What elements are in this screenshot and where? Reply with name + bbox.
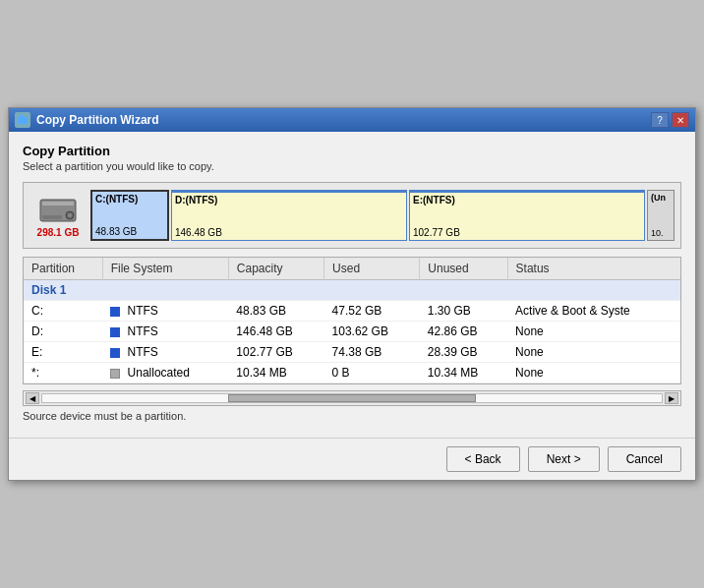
bar-d-label: D:(NTFS)	[175, 195, 217, 206]
bar-c-label: C:(NTFS)	[95, 194, 138, 205]
cell-fs-u-label: Unallocated	[128, 366, 190, 380]
cell-cap-u: 10.34 MB	[228, 363, 323, 383]
disk-drive-icon	[38, 194, 78, 225]
col-filesystem: File System	[102, 258, 228, 280]
table-header-row: Partition File System Capacity Used Unus…	[24, 258, 680, 280]
cell-status-u: None	[507, 363, 680, 383]
bar-e-size: 102.77 GB	[413, 227, 460, 238]
content-area: Copy Partition Select a partition you wo…	[9, 132, 695, 438]
cell-cap-d: 146.48 GB	[228, 322, 323, 342]
help-button[interactable]: ?	[651, 112, 669, 128]
cell-cap-c: 48.83 GB	[228, 301, 323, 322]
bar-d-size: 146.48 GB	[175, 227, 222, 238]
scroll-left-arrow[interactable]: ◀	[26, 392, 39, 404]
cancel-button[interactable]: Cancel	[608, 446, 681, 472]
titlebar-buttons: ? ✕	[651, 112, 689, 128]
scroll-thumb[interactable]	[228, 394, 476, 402]
cell-fs-d: NTFS	[102, 322, 228, 342]
cell-used-u: 0 B	[324, 363, 420, 383]
fs-icon-ntfs	[110, 348, 120, 358]
svg-rect-6	[42, 215, 62, 219]
next-button[interactable]: Next >	[528, 446, 600, 472]
titlebar-icon	[15, 112, 30, 128]
table-row[interactable]: C: NTFS 48.83 GB 47.52 GB 1.30 GB Active…	[24, 301, 680, 322]
bar-u-size: 10.	[651, 228, 664, 238]
svg-rect-0	[18, 117, 28, 124]
svg-rect-3	[42, 202, 74, 206]
cell-unused-u: 10.34 MB	[420, 363, 507, 383]
status-message: Source device must be a partition.	[23, 406, 681, 426]
partition-bar-c[interactable]: C:(NTFS) 48.83 GB	[90, 190, 169, 241]
cell-unused-d: 42.86 GB	[420, 322, 507, 342]
main-window: Copy Partition Wizard ? ✕ Copy Partition…	[8, 107, 696, 481]
col-unused: Unused	[420, 258, 507, 280]
table-row[interactable]: E: NTFS 102.77 GB 74.38 GB 28.39 GB None	[24, 342, 680, 363]
scroll-right-arrow[interactable]: ▶	[665, 392, 678, 404]
cell-fs-e-label: NTFS	[128, 345, 158, 359]
cell-partition-u: *:	[24, 363, 102, 383]
back-button[interactable]: < Back	[446, 446, 520, 472]
close-button[interactable]: ✕	[672, 112, 689, 128]
footer: < Back Next > Cancel	[9, 438, 695, 480]
disk-group-row: Disk 1	[24, 280, 680, 301]
cell-fs-u: Unallocated	[102, 363, 228, 383]
disk-size-label: 298.1 GB	[37, 227, 80, 238]
horizontal-scrollbar[interactable]: ◀ ▶	[23, 390, 681, 406]
col-status: Status	[507, 258, 680, 280]
col-partition: Partition	[24, 258, 102, 280]
titlebar-left: Copy Partition Wizard	[15, 112, 159, 128]
fs-icon-unalloc	[110, 369, 120, 379]
cell-partition-d: D:	[24, 322, 102, 342]
cell-fs-c: NTFS	[102, 301, 228, 322]
partition-table-container: Partition File System Capacity Used Unus…	[23, 257, 681, 384]
cell-unused-e: 28.39 GB	[420, 342, 507, 363]
page-subtitle: Select a partition you would like to cop…	[23, 160, 681, 172]
bar-e-label: E:(NTFS)	[413, 195, 455, 206]
bar-u-label: (Un	[651, 193, 666, 203]
cell-fs-c-label: NTFS	[128, 304, 158, 318]
cell-used-e: 74.38 GB	[324, 342, 420, 363]
partition-bar-unalloc[interactable]: (Un 10.	[647, 190, 675, 241]
cell-cap-e: 102.77 GB	[228, 342, 323, 363]
cell-status-e: None	[507, 342, 680, 363]
svg-point-5	[68, 213, 72, 217]
partition-bar-d[interactable]: D:(NTFS) 146.48 GB	[171, 190, 407, 241]
col-used: Used	[324, 258, 420, 280]
fs-icon-ntfs	[110, 307, 120, 317]
titlebar-title: Copy Partition Wizard	[36, 113, 159, 127]
svg-rect-1	[20, 115, 24, 118]
cell-fs-e: NTFS	[102, 342, 228, 363]
disk-visual: 298.1 GB C:(NTFS) 48.83 GB D:(NTFS) 146.…	[23, 182, 681, 249]
partition-table: Partition File System Capacity Used Unus…	[24, 258, 680, 383]
page-title: Copy Partition	[23, 144, 681, 158]
bar-c-size: 48.83 GB	[95, 226, 137, 237]
col-capacity: Capacity	[228, 258, 323, 280]
cell-partition-c: C:	[24, 301, 102, 322]
cell-status-c: Active & Boot & Syste	[507, 301, 680, 322]
table-row[interactable]: *: Unallocated 10.34 MB 0 B 10.34 MB Non…	[24, 363, 680, 383]
disk-group-label: Disk 1	[24, 280, 680, 301]
cell-used-c: 47.52 GB	[324, 301, 420, 322]
cell-partition-e: E:	[24, 342, 102, 363]
cell-used-d: 103.62 GB	[324, 322, 420, 342]
table-row[interactable]: D: NTFS 146.48 GB 103.62 GB 42.86 GB Non…	[24, 322, 680, 342]
partition-bars: C:(NTFS) 48.83 GB D:(NTFS) 146.48 GB E:(…	[90, 190, 675, 241]
disk-icon-wrap: 298.1 GB	[29, 194, 87, 238]
cell-status-d: None	[507, 322, 680, 342]
titlebar: Copy Partition Wizard ? ✕	[9, 108, 695, 132]
scroll-track[interactable]	[41, 393, 663, 403]
fs-icon-ntfs	[110, 327, 120, 337]
partition-bar-e[interactable]: E:(NTFS) 102.77 GB	[409, 190, 645, 241]
cell-fs-d-label: NTFS	[128, 324, 158, 338]
cell-unused-c: 1.30 GB	[420, 301, 507, 322]
